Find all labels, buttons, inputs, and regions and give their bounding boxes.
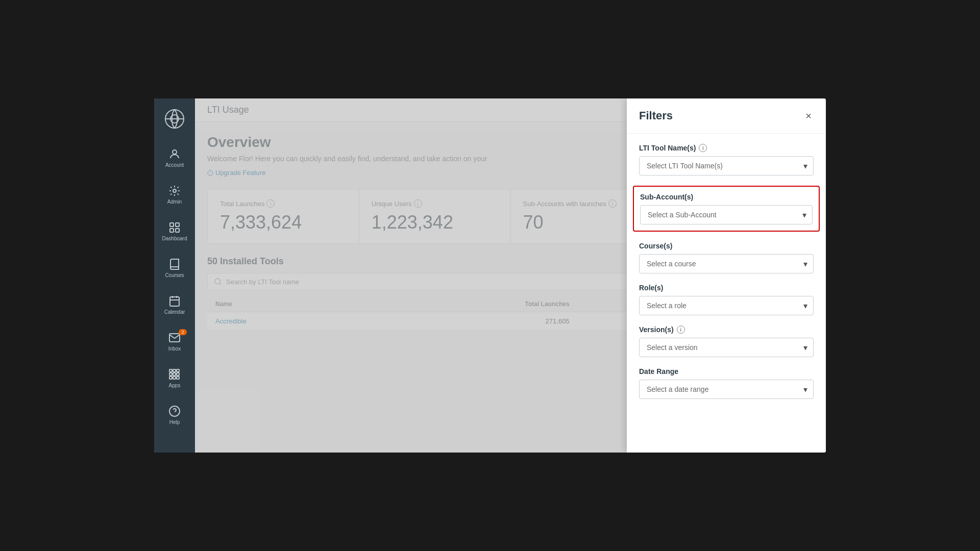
svg-point-4 xyxy=(173,189,176,192)
close-button[interactable]: × xyxy=(803,109,814,123)
select-date-range[interactable]: Select a date range xyxy=(639,380,814,399)
sidebar-item-calendar-label: Calendar xyxy=(164,309,185,315)
select-wrapper-lti-tool[interactable]: Select LTI Tool Name(s) ▾ xyxy=(639,156,814,176)
svg-rect-15 xyxy=(177,369,179,372)
sidebar-item-inbox[interactable]: 2 Inbox xyxy=(154,323,195,360)
svg-rect-16 xyxy=(169,373,172,375)
select-wrapper-roles[interactable]: Select a role ▾ xyxy=(639,296,814,315)
sidebar-logo[interactable] xyxy=(154,98,195,139)
svg-rect-5 xyxy=(170,223,174,227)
filter-label-versions: Version(s) i xyxy=(639,325,814,334)
sidebar-item-help-label: Help xyxy=(169,419,180,425)
sidebar-item-apps[interactable]: Apps xyxy=(154,360,195,396)
select-wrapper-date-range[interactable]: Select a date range ▾ xyxy=(639,380,814,399)
select-versions[interactable]: Select a version xyxy=(639,338,814,357)
filter-group-lti-tool-name: LTI Tool Name(s) i Select LTI Tool Name(… xyxy=(639,144,814,176)
filters-body: LTI Tool Name(s) i Select LTI Tool Name(… xyxy=(627,134,826,453)
sidebar-item-account[interactable]: Account xyxy=(154,139,195,176)
filter-label-lti-tool-name: LTI Tool Name(s) i xyxy=(639,144,814,152)
info-icon-versions[interactable]: i xyxy=(677,325,685,334)
sidebar-item-help[interactable]: Help xyxy=(154,396,195,433)
svg-point-3 xyxy=(173,150,177,154)
svg-rect-6 xyxy=(176,223,179,227)
sidebar-item-admin-label: Admin xyxy=(167,199,182,205)
sidebar-item-courses[interactable]: Courses xyxy=(154,249,195,286)
select-wrapper-courses[interactable]: Select a course ▾ xyxy=(639,254,814,273)
svg-rect-14 xyxy=(173,369,176,372)
svg-rect-18 xyxy=(177,373,179,375)
filter-group-roles: Role(s) Select a role ▾ xyxy=(639,284,814,315)
sidebar-item-dashboard-label: Dashboard xyxy=(162,236,187,241)
sidebar-item-inbox-label: Inbox xyxy=(168,346,181,352)
svg-rect-17 xyxy=(173,373,176,375)
sidebar-item-apps-label: Apps xyxy=(169,383,181,388)
filter-group-courses: Course(s) Select a course ▾ xyxy=(639,242,814,273)
svg-rect-13 xyxy=(169,369,172,372)
select-sub-account[interactable]: Select a Sub-Account xyxy=(640,205,813,224)
svg-rect-7 xyxy=(170,229,174,232)
filter-group-date-range: Date Range Select a date range ▾ xyxy=(639,367,814,399)
filter-label-courses: Course(s) xyxy=(639,242,814,250)
filter-label-sub-account: Sub-Account(s) xyxy=(640,193,813,201)
sidebar-item-dashboard[interactable]: Dashboard xyxy=(154,213,195,249)
sidebar-item-account-label: Account xyxy=(165,162,184,168)
svg-rect-20 xyxy=(173,377,176,379)
filter-label-roles: Role(s) xyxy=(639,284,814,292)
info-icon-lti-tool[interactable]: i xyxy=(699,144,707,152)
select-wrapper-sub-account[interactable]: Select a Sub-Account ▾ xyxy=(640,205,813,224)
sidebar-item-calendar[interactable]: Calendar xyxy=(154,286,195,323)
sidebar-item-admin[interactable]: Admin xyxy=(154,176,195,213)
select-lti-tool[interactable]: Select LTI Tool Name(s) xyxy=(639,156,814,176)
select-roles[interactable]: Select a role xyxy=(639,296,814,315)
filter-group-versions: Version(s) i Select a version ▾ xyxy=(639,325,814,357)
inbox-badge: 2 xyxy=(179,329,187,335)
filters-panel: Filters × LTI Tool Name(s) i Select LTI … xyxy=(627,98,826,453)
filters-title: Filters xyxy=(639,109,673,122)
svg-rect-8 xyxy=(176,229,179,232)
svg-rect-19 xyxy=(169,377,172,379)
svg-rect-21 xyxy=(177,377,179,379)
sidebar: Account Admin Dashboard xyxy=(154,98,195,453)
filter-label-date-range: Date Range xyxy=(639,367,814,375)
filters-header: Filters × xyxy=(627,98,826,134)
sidebar-item-courses-label: Courses xyxy=(165,272,184,278)
svg-rect-9 xyxy=(170,297,179,306)
select-wrapper-versions[interactable]: Select a version ▾ xyxy=(639,338,814,357)
select-courses[interactable]: Select a course xyxy=(639,254,814,273)
filter-group-sub-account: Sub-Account(s) Select a Sub-Account ▾ xyxy=(633,186,820,232)
